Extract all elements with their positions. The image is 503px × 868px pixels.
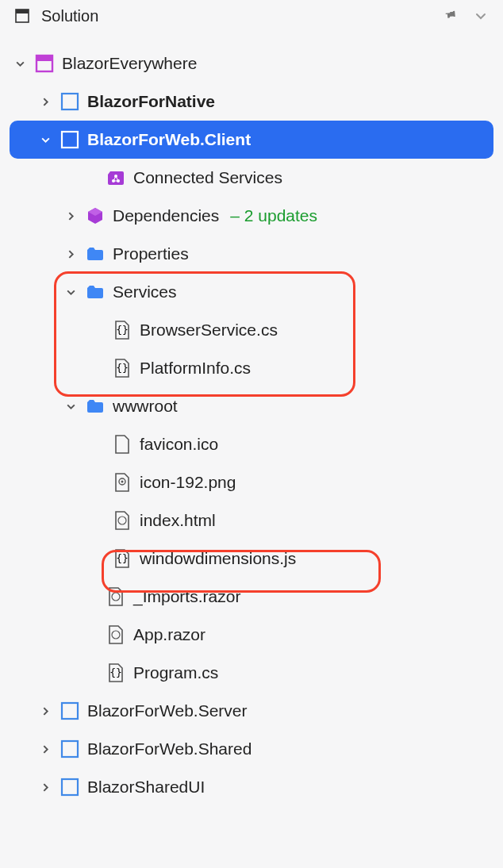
dependencies-icon — [84, 205, 106, 227]
solution-name: BlazorEverywhere — [62, 54, 197, 73]
folder-label: Services — [113, 282, 177, 301]
file-windowdimensions[interactable]: {} windowdimensions.js — [10, 540, 493, 578]
csharp-file-icon: {} — [111, 357, 133, 379]
file-favicon[interactable]: favicon.ico — [10, 425, 493, 463]
svg-rect-19 — [62, 741, 78, 757]
folder-icon — [84, 243, 106, 265]
chevron-right-icon[interactable] — [38, 706, 52, 716]
project-label: BlazorForWeb.Server — [87, 701, 248, 720]
svg-rect-18 — [62, 703, 78, 719]
chevron-down-icon[interactable] — [38, 135, 52, 145]
file-label: _Imports.razor — [133, 587, 240, 606]
panel-menu-chevron-icon[interactable] — [470, 5, 492, 27]
chevron-down-icon[interactable] — [63, 401, 78, 412]
project-icon — [59, 129, 81, 151]
project-label: BlazorForNative — [87, 92, 215, 111]
properties-folder[interactable]: Properties — [10, 235, 493, 273]
chevron-down-icon[interactable] — [63, 287, 78, 298]
svg-text:{}: {} — [116, 324, 129, 336]
svg-rect-20 — [62, 779, 78, 795]
chevron-right-icon[interactable] — [63, 249, 78, 259]
svg-rect-5 — [62, 132, 78, 148]
razor-file-icon — [111, 509, 133, 532]
solution-tree: BlazorEverywhere BlazorForNative BlazorF… — [0, 38, 503, 812]
services-folder[interactable]: Services — [10, 273, 493, 311]
connected-services-icon — [105, 167, 127, 189]
solution-icon — [11, 5, 33, 27]
file-label: Program.cs — [133, 663, 218, 682]
project-icon — [59, 776, 81, 798]
file-label: index.html — [140, 511, 216, 530]
file-indexhtml[interactable]: index.html — [10, 501, 493, 540]
svg-text:{}: {} — [116, 362, 129, 374]
project-icon — [59, 700, 81, 722]
js-file-icon: {} — [111, 547, 133, 570]
chevron-right-icon[interactable] — [38, 744, 52, 755]
folder-icon — [84, 281, 106, 303]
dependencies[interactable]: Dependencies – 2 updates — [10, 197, 493, 235]
wwwroot-folder[interactable]: wwwroot — [10, 387, 493, 425]
folder-label: Properties — [113, 244, 189, 263]
panel-header: Solution — [0, 0, 503, 38]
folder-label: Connected Services — [133, 168, 282, 187]
file-label: icon-192.png — [140, 473, 236, 492]
updates-badge: – 2 updates — [230, 206, 317, 225]
panel-title: Solution — [41, 7, 432, 25]
razor-file-icon — [105, 624, 127, 646]
svg-rect-1 — [16, 10, 29, 13]
folder-icon — [84, 395, 106, 417]
file-label: windowdimensions.js — [140, 549, 296, 568]
project-icon — [59, 90, 81, 113]
project-native[interactable]: BlazorForNative — [10, 83, 493, 121]
file-platform-info[interactable]: {} PlatformInfo.cs — [10, 349, 493, 387]
project-client[interactable]: BlazorForWeb.Client — [10, 121, 493, 159]
file-browser-service[interactable]: {} BrowserService.cs — [10, 311, 493, 349]
project-label: BlazorForWeb.Client — [87, 130, 251, 149]
svg-point-12 — [121, 481, 124, 483]
file-label: App.razor — [133, 625, 205, 644]
svg-point-13 — [118, 517, 126, 524]
svg-text:{}: {} — [109, 666, 122, 678]
file-icon192[interactable]: icon-192.png — [10, 463, 493, 501]
svg-rect-4 — [62, 94, 78, 109]
svg-text:{}: {} — [116, 552, 129, 564]
file-icon — [111, 433, 133, 455]
file-imports[interactable]: _Imports.razor — [10, 578, 493, 616]
svg-point-16 — [112, 631, 120, 639]
file-programcs[interactable]: {} Program.cs — [10, 654, 493, 692]
file-apprazor[interactable]: App.razor — [10, 616, 493, 654]
project-label: BlazorForWeb.Shared — [87, 739, 251, 759]
project-server[interactable]: BlazorForWeb.Server — [10, 692, 493, 730]
pin-icon[interactable] — [440, 5, 462, 27]
solution-root[interactable]: BlazorEverywhere — [10, 44, 493, 83]
folder-label: wwwroot — [113, 397, 178, 416]
svg-point-15 — [112, 593, 120, 601]
solution-file-icon — [33, 52, 56, 75]
file-label: favicon.ico — [140, 435, 218, 454]
project-sharedui[interactable]: BlazorSharedUI — [10, 768, 493, 806]
image-file-icon — [111, 471, 133, 494]
csharp-file-icon: {} — [105, 662, 127, 684]
csharp-file-icon: {} — [111, 319, 133, 341]
file-label: BrowserService.cs — [140, 321, 278, 340]
project-icon — [59, 738, 81, 760]
chevron-right-icon[interactable] — [63, 211, 78, 221]
chevron-right-icon[interactable] — [38, 97, 52, 107]
chevron-down-icon[interactable] — [13, 59, 27, 69]
chevron-right-icon[interactable] — [38, 782, 52, 793]
connected-services[interactable]: Connected Services — [10, 159, 493, 197]
project-shared[interactable]: BlazorForWeb.Shared — [10, 730, 493, 768]
project-label: BlazorSharedUI — [87, 778, 205, 797]
svg-rect-3 — [36, 56, 52, 61]
razor-file-icon — [105, 586, 127, 608]
folder-label: Dependencies — [113, 206, 219, 225]
file-label: PlatformInfo.cs — [140, 359, 251, 378]
